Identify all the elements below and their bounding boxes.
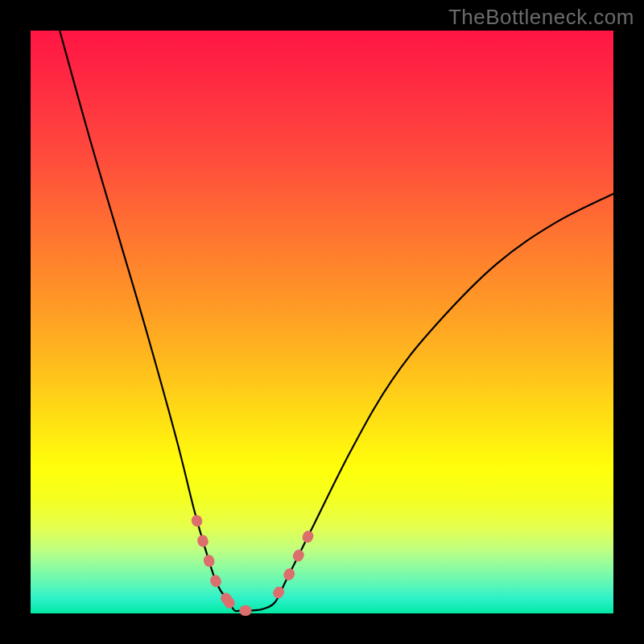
brand-watermark: TheBottleneck.com bbox=[448, 5, 634, 30]
curve-svg bbox=[31, 31, 613, 613]
plot-area bbox=[31, 31, 613, 613]
highlight-segment bbox=[279, 526, 313, 592]
bottleneck-curve bbox=[60, 31, 613, 611]
chart-frame: TheBottleneck.com bbox=[0, 0, 644, 644]
highlight-group bbox=[196, 520, 313, 611]
highlight-segment bbox=[196, 520, 229, 601]
